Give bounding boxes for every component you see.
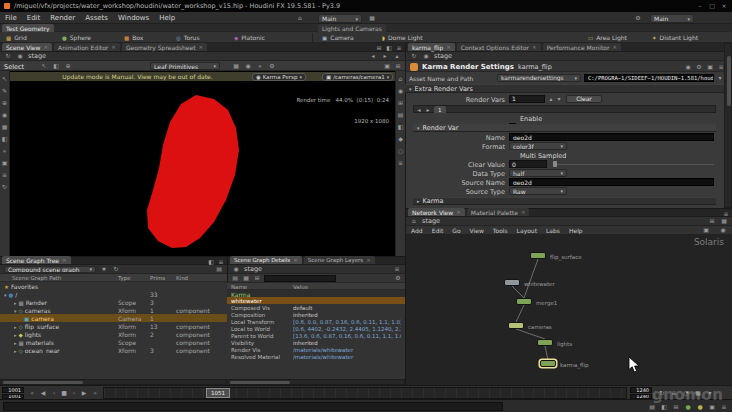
render-vars-count-field[interactable]: 1 (509, 95, 545, 103)
attribute-filter-input[interactable] (264, 275, 336, 282)
table-row[interactable]: ▾◇cameras Xform 1 component (0, 306, 227, 314)
close-icon[interactable]: × (43, 44, 48, 50)
pane-path[interactable]: stage (434, 52, 452, 60)
selection-mode-dropdown[interactable]: Leaf Primitives▾ (150, 62, 220, 70)
reset-view-icon[interactable]: ↻ (1, 183, 9, 191)
column-header-kind[interactable]: Kind (176, 275, 188, 281)
stop-button[interactable]: ■ (60, 389, 68, 397)
jump-to-end-button[interactable]: » (91, 389, 99, 397)
play-button[interactable]: ▶ (80, 389, 88, 397)
pin-icon[interactable]: ◉ (232, 265, 240, 273)
network-menu-view[interactable]: View (470, 227, 484, 234)
close-icon[interactable]: × (532, 44, 537, 50)
table-row[interactable]: Local Transform[0.6, 0.0, 0.87, 0.16, 0.… (227, 318, 405, 325)
home-view-icon[interactable]: ⌂ (397, 75, 405, 83)
pane-menu-icon[interactable]: ≡ (393, 265, 401, 273)
shelf-tool-area-light[interactable]: ▭Area Light (588, 34, 627, 41)
gear-icon[interactable]: ⚙ (695, 63, 703, 71)
column-header-path[interactable]: Scene Graph Path (12, 275, 61, 281)
tab-performance-monitor[interactable]: Performance Monitor× (543, 43, 621, 51)
display-options-icon[interactable]: ▤ (397, 111, 405, 119)
table-row[interactable]: ▾●/ 33 (0, 290, 227, 298)
pane-path[interactable]: stage (28, 52, 46, 60)
close-icon[interactable]: × (62, 257, 67, 263)
tab-scroll-left-icon[interactable]: ◂ (415, 106, 423, 114)
persp-icon[interactable]: ◉ (397, 87, 405, 95)
menu-help[interactable]: Help (159, 14, 175, 22)
format-dropdown[interactable]: color3f▾ (509, 142, 567, 150)
timeline-ruler[interactable]: 1051 (103, 387, 627, 399)
menu-file[interactable]: File (5, 14, 17, 22)
source-name-field[interactable]: geo2d (509, 178, 714, 186)
refresh-icon[interactable]: ↻ (112, 265, 120, 273)
asset-name-dropdown[interactable]: karmarendersettings▾ (497, 74, 581, 82)
tab-geometry-spreadsheet[interactable]: Geometry Spreadsheet× (122, 43, 207, 51)
tab-scroll-right-icon[interactable]: ▸ (424, 106, 432, 114)
close-icon[interactable]: × (456, 209, 461, 215)
table-row[interactable]: ▸▦Render Scope 3 (0, 298, 227, 306)
expander-icon[interactable]: ▾ (4, 292, 7, 298)
expander-icon[interactable]: ▸ (14, 332, 17, 338)
grid-toggle-icon[interactable]: ▦ (1, 123, 9, 131)
section-render-var[interactable]: ▾ Render Var (413, 124, 716, 132)
table-row[interactable]: ★Favorites (0, 282, 227, 290)
global-range-end-field[interactable]: 1240 (630, 387, 652, 393)
snap-grid-icon[interactable]: ▦ (232, 62, 240, 70)
close-icon[interactable]: × (612, 44, 617, 50)
snap-center-icon[interactable]: ⌖ (256, 62, 264, 70)
shelf-tool-distant-light[interactable]: ✶Distant Light (652, 34, 698, 41)
expander-icon[interactable]: ▸ (14, 300, 17, 306)
clear-button[interactable]: Clear (566, 95, 602, 103)
sgd-group-row[interactable]: Karma (227, 290, 405, 297)
back-icon[interactable]: ◂ (369, 52, 377, 60)
shade-mode-icon[interactable]: ◧ (1, 135, 9, 143)
table-row[interactable]: Visibilityinherited (227, 339, 405, 346)
tab-scene-graph-layers[interactable]: Scene Graph Layers× (304, 256, 375, 264)
shelf-tool-box[interactable]: ■Box (124, 34, 143, 41)
add-tool-icon[interactable]: ⊕ (1, 99, 9, 107)
close-icon[interactable]: × (293, 257, 298, 263)
home-icon[interactable]: ⌂ (410, 217, 418, 225)
pin-icon[interactable]: ◉ (16, 52, 24, 60)
camera-lock-icon[interactable]: ▣ (383, 62, 391, 70)
grid-view-icon[interactable]: ▦ (242, 274, 250, 282)
pin-params-icon[interactable]: ◉ (684, 63, 692, 71)
close-button[interactable]: × (720, 2, 728, 10)
node-lights[interactable]: lights (537, 339, 553, 346)
desktop-selector-left[interactable]: Main▾ (318, 14, 362, 23)
viewport-canvas[interactable]: Update mode is Manual. View may be out o… (10, 71, 395, 256)
renderer-dropdown[interactable]: ◉ Karma Persp ▾ (252, 73, 306, 81)
gear-icon[interactable]: ⚙ (634, 14, 642, 22)
table-row[interactable]: Resolved Material/materials/whitewater (227, 353, 405, 360)
pivot-icon[interactable]: ⌖ (1, 147, 9, 155)
network-menu-layout[interactable]: Layout (517, 227, 537, 234)
options-icon[interactable]: ⊞ (394, 62, 402, 70)
expander-icon[interactable]: ▸ (14, 348, 17, 354)
grid-icon[interactable]: ▦ (720, 217, 728, 225)
overview-icon[interactable]: ◉ (719, 226, 727, 234)
forward-icon[interactable]: ▸ (381, 52, 389, 60)
expand-all-icon[interactable]: ⊞ (253, 274, 261, 282)
table-row[interactable]: Composed Visdefault (227, 304, 405, 311)
column-header-prims[interactable]: Prims (150, 275, 165, 281)
snapshot-icon[interactable]: ▣ (1, 159, 9, 167)
table-row[interactable]: Compositioninherited (227, 311, 405, 318)
edit-tool-icon[interactable]: ✎ (1, 87, 9, 95)
network-menu-labs[interactable]: Labs (546, 227, 560, 234)
clear-value-field[interactable]: 0 (509, 160, 547, 168)
minimize-button[interactable]: – (696, 2, 704, 10)
options-icon[interactable]: ⚙ (394, 274, 402, 282)
select-mode-icon[interactable]: ◉ (1, 111, 9, 119)
table-row[interactable]: ▸◆lights Xform 2 component (0, 330, 227, 338)
list-view-icon[interactable]: ▤ (231, 274, 239, 282)
source-type-dropdown[interactable]: Raw▾ (509, 187, 567, 195)
spinner-down-icon[interactable]: ▾ (555, 95, 563, 103)
close-icon[interactable]: × (199, 44, 204, 50)
tab-animation-editor[interactable]: Animation Editor× (54, 43, 120, 51)
construction-plane-icon[interactable]: ⚙ (268, 62, 276, 70)
expander-icon[interactable]: ▸ (14, 340, 17, 346)
network-graph[interactable]: Solaris flip_surface whitewater merge1 c… (405, 235, 732, 385)
presets-icon[interactable]: ▣ (706, 63, 714, 71)
data-type-dropdown[interactable]: half▾ (509, 169, 567, 177)
spinner-up-icon[interactable]: ▴ (547, 95, 555, 103)
